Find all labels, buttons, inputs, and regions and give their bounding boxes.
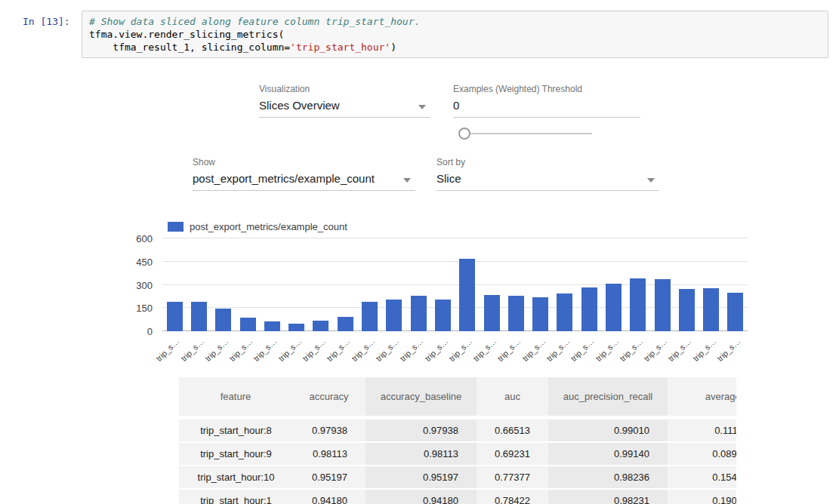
bar[interactable] — [215, 309, 231, 331]
bar-slot — [211, 238, 236, 331]
table-column-header: accuracy — [292, 377, 366, 419]
sortby-dropdown[interactable]: Sort by Slice — [436, 157, 659, 191]
table-cell: 0.94180 — [292, 490, 366, 504]
bar-slot — [553, 238, 577, 331]
bar-slot — [699, 238, 723, 331]
sortby-label: Sort by — [436, 157, 659, 167]
bar[interactable] — [167, 302, 183, 331]
bar-slot — [284, 238, 308, 331]
chevron-down-icon[interactable] — [418, 105, 426, 109]
threshold-input[interactable]: 0 — [453, 99, 640, 118]
table-column-header: average_loss — [668, 377, 736, 419]
bar[interactable] — [581, 287, 597, 331]
threshold-slider[interactable] — [458, 128, 594, 140]
table-row: trip_start_hour:10.941800.941800.784220.… — [179, 490, 736, 504]
chevron-down-icon[interactable] — [647, 178, 655, 183]
notebook-page: In [13]: # Show data sliced along featur… — [0, 0, 839, 504]
code-line-3: tfma_result_1, slicing_column='trip_star… — [89, 41, 821, 54]
y-axis-label: 450 — [136, 256, 153, 267]
show-dropdown[interactable]: Show post_export_metrics/example_count — [193, 157, 415, 191]
bar[interactable] — [459, 259, 475, 331]
show-label: Show — [193, 157, 415, 167]
bar-slot — [309, 238, 333, 331]
table-cell: trip_start_hour:8 — [179, 419, 292, 443]
table-row: trip_start_hour:100.951970.951970.773770… — [179, 466, 736, 490]
bar[interactable] — [411, 296, 427, 331]
table-cell: 0.99010 — [548, 419, 668, 443]
bar[interactable] — [655, 279, 671, 331]
legend-label: post_export_metrics/example_count — [190, 221, 347, 232]
bar[interactable] — [191, 302, 207, 331]
bar-slot — [626, 238, 650, 331]
code-line-1: # Show data sliced along feature column … — [89, 15, 821, 28]
chart-plot — [162, 238, 748, 331]
code-line-2: tfma.view.render_slicing_metrics( — [89, 28, 821, 41]
bar-slot — [723, 238, 748, 331]
visualization-value[interactable]: Slices Overview — [259, 99, 430, 118]
table-cell: 0.97938 — [292, 419, 366, 443]
bar-slot — [162, 238, 187, 331]
bar[interactable] — [313, 321, 329, 331]
bar[interactable] — [362, 302, 378, 331]
table-cell: 0.99140 — [548, 443, 668, 466]
table-cell: trip_start_hour:1 — [179, 490, 292, 504]
bar-slot — [504, 238, 528, 331]
bar[interactable] — [557, 293, 572, 331]
slider-track[interactable] — [465, 133, 592, 134]
bar[interactable] — [679, 289, 695, 331]
x-axis-ticks: trip_s…trip_s…trip_s…trip_s…trip_s…trip_… — [162, 333, 748, 365]
visualization-dropdown[interactable]: Visualization Slices Overview — [259, 84, 430, 118]
table-column-header: feature — [179, 377, 292, 419]
bar-slot — [382, 238, 406, 331]
bar[interactable] — [703, 288, 719, 331]
cell-prompt: In [13]: — [23, 11, 82, 27]
chevron-down-icon[interactable] — [403, 178, 411, 183]
table-cell: 0.1901 — [668, 490, 736, 504]
table-body: trip_start_hour:80.979380.979380.665130.… — [179, 419, 736, 504]
bar-slot — [577, 238, 601, 331]
bar-series — [162, 238, 748, 331]
bar[interactable] — [264, 321, 280, 331]
code-text: tfma_result_1, slicing_column= — [89, 41, 290, 53]
bar-slot — [260, 238, 284, 331]
bar[interactable] — [484, 295, 500, 331]
table-header-row: featureaccuracyaccuracy_baselineaucauc_p… — [179, 377, 736, 419]
table-cell: 0.95197 — [292, 466, 366, 490]
code-cell: In [13]: # Show data sliced along featur… — [23, 11, 828, 58]
sortby-value[interactable]: Slice — [436, 172, 659, 191]
code-editor[interactable]: # Show data sliced along feature column … — [82, 11, 828, 58]
bar-slot — [650, 238, 674, 331]
sortby-selected: Slice — [436, 172, 461, 185]
bar[interactable] — [435, 300, 451, 331]
bar[interactable] — [386, 300, 402, 331]
bar[interactable] — [240, 318, 256, 331]
visualization-label: Visualization — [259, 84, 430, 94]
bar-slot — [601, 238, 625, 331]
table-cell: 0.97938 — [366, 419, 477, 443]
table-row: trip_start_hour:80.979380.979380.665130.… — [179, 419, 736, 443]
bar-slot — [480, 238, 504, 331]
bar[interactable] — [606, 284, 622, 331]
slider-knob[interactable] — [458, 128, 470, 140]
bar[interactable] — [508, 296, 524, 331]
bar[interactable] — [288, 324, 304, 331]
y-axis: 0150300450600 — [125, 238, 157, 331]
bar[interactable] — [338, 317, 353, 331]
bar-slot — [357, 238, 381, 331]
table-cell: 0.98236 — [548, 466, 668, 490]
bar[interactable] — [727, 293, 743, 331]
bar[interactable] — [630, 278, 646, 331]
show-selected: post_export_metrics/example_count — [193, 172, 375, 185]
y-axis-label: 300 — [136, 279, 153, 290]
table-cell: 0.1111 — [668, 419, 736, 443]
table-cell: 0.0892 — [668, 443, 736, 466]
threshold-field[interactable]: Examples (Weighted) Threshold 0 — [453, 84, 640, 118]
bar-slot — [236, 238, 260, 331]
threshold-label: Examples (Weighted) Threshold — [453, 84, 640, 94]
metrics-table: featureaccuracyaccuracy_baselineaucauc_p… — [179, 377, 736, 504]
show-value[interactable]: post_export_metrics/example_count — [193, 172, 415, 191]
table-cell: 0.66513 — [477, 419, 548, 443]
bar[interactable] — [532, 297, 548, 331]
visualization-selected: Slices Overview — [259, 99, 340, 112]
code-text: tfma.view.render_slicing_metrics( — [89, 29, 284, 40]
